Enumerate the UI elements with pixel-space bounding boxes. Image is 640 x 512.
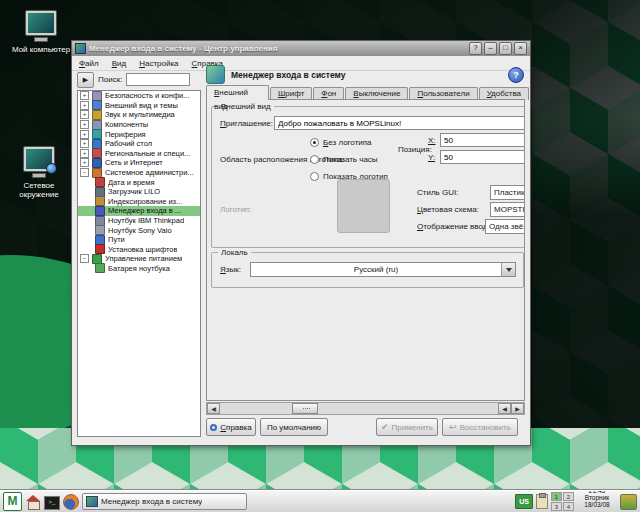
browser-icon[interactable] xyxy=(63,494,79,510)
color-scheme-select[interactable]: MOPSTheme xyxy=(490,202,525,217)
echo-mode-select[interactable]: Одна звёздочка xyxy=(485,219,525,234)
desktop-icon-network[interactable]: Сетевое окружение xyxy=(8,146,70,199)
tree-item[interactable]: Звук и мультимедиа xyxy=(78,110,200,120)
undo-icon xyxy=(449,423,457,432)
tree-item[interactable]: Региональные и специ... xyxy=(78,149,200,159)
titlebar[interactable]: Менеджер входа в систему - Центр управле… xyxy=(72,41,530,56)
menu-view[interactable]: Вид xyxy=(112,59,126,68)
tree-item[interactable]: Индексирование из... xyxy=(78,197,200,207)
clock-day: Вторник xyxy=(577,494,617,501)
tree-item[interactable]: Периферия xyxy=(78,129,200,139)
pager-desktop-2[interactable]: 2 xyxy=(563,492,574,501)
lilo-icon xyxy=(95,187,105,197)
tree-item[interactable]: Системное администри... xyxy=(78,168,200,178)
tree-item[interactable]: Загрузчик LILO xyxy=(78,187,200,197)
tree-item[interactable]: Сеть и Интернет xyxy=(78,158,200,168)
tree-item[interactable]: Безопасность и конфи... xyxy=(78,91,200,101)
language-select[interactable]: Русский (ru) xyxy=(250,262,516,277)
expander-icon[interactable] xyxy=(80,254,89,263)
y-input[interactable] xyxy=(440,150,525,164)
date-time-icon xyxy=(95,177,105,187)
module-header: Менеджер входа в систему ? xyxy=(206,63,524,86)
tree-item[interactable]: Компоненты xyxy=(78,120,200,130)
scrollbar-track[interactable] xyxy=(220,403,498,414)
menu-settings[interactable]: Настройка xyxy=(139,59,178,68)
tree-item[interactable]: Внешний вид и темы xyxy=(78,101,200,111)
tree-item[interactable]: Ноутбук IBM Thinkpad xyxy=(78,216,200,226)
security-icon xyxy=(92,91,102,101)
radio-no-logo-label: Без логотипа xyxy=(323,138,372,147)
expander-icon[interactable] xyxy=(80,139,89,148)
defaults-button[interactable]: По умолчанию xyxy=(260,418,328,436)
expander-icon[interactable] xyxy=(80,120,89,129)
computer-icon xyxy=(25,10,57,36)
gui-style-select[interactable]: Пластик xyxy=(490,185,525,200)
tray-app-icon[interactable] xyxy=(620,494,637,510)
keyboard-layout-indicator[interactable]: US xyxy=(515,494,533,509)
tree-item[interactable]: Управление питанием xyxy=(78,254,200,264)
sound-icon xyxy=(92,110,102,120)
expander-icon[interactable] xyxy=(80,110,89,119)
peripherals-icon xyxy=(92,129,102,139)
maximize-button[interactable] xyxy=(499,42,512,55)
clipboard-icon[interactable] xyxy=(536,494,548,509)
pager-desktop-1[interactable]: 1 xyxy=(551,492,562,501)
search-input[interactable] xyxy=(126,73,190,86)
clear-search-icon[interactable]: ▶ xyxy=(77,72,94,88)
search-row: ▶ Поиск: xyxy=(77,72,190,87)
gui-style-label: Стиль GUI: xyxy=(417,188,458,197)
tree-item[interactable]: Дата и время xyxy=(78,177,200,187)
tree-item[interactable]: Ноутбук Sony Vaio xyxy=(78,225,200,235)
home-icon[interactable] xyxy=(25,494,41,510)
start-menu-icon[interactable]: M xyxy=(3,492,22,511)
task-button-login-manager[interactable]: Менеджер входа в систему xyxy=(82,493,247,510)
position-label: Позиция: xyxy=(398,145,432,154)
clock[interactable]: 21:45 Вторник 18/03/08 xyxy=(577,491,617,512)
help-button[interactable]: Справка xyxy=(206,418,256,436)
reset-button[interactable]: Восстановить xyxy=(442,418,518,436)
radio-no-logo[interactable] xyxy=(310,138,319,147)
expander-icon[interactable] xyxy=(80,168,89,177)
expander-icon[interactable] xyxy=(80,101,89,110)
minimize-button[interactable] xyxy=(484,42,497,55)
scroll-right-icon[interactable]: ▶ xyxy=(511,403,524,414)
chevron-down-icon[interactable] xyxy=(501,263,515,276)
taskbar: M >_ Менеджер входа в систему US 1 2 3 4… xyxy=(0,490,640,512)
paths-icon xyxy=(95,235,105,245)
pager-desktop-3[interactable]: 3 xyxy=(551,502,562,511)
y-label: Y: xyxy=(428,153,435,162)
login-manager-icon xyxy=(86,496,98,507)
tree-item-login-manager[interactable]: Менеджер входа в ... xyxy=(78,206,200,216)
whats-this-icon[interactable]: ? xyxy=(508,67,524,83)
module-title: Менеджер входа в систему xyxy=(231,70,508,80)
scroll-left-icon[interactable]: ◀ xyxy=(498,403,511,414)
logo-preview[interactable] xyxy=(337,179,390,233)
scroll-left-icon[interactable]: ◀ xyxy=(207,403,220,414)
titlebar-help-button[interactable] xyxy=(469,42,482,55)
expander-icon[interactable] xyxy=(80,158,89,167)
expander-icon[interactable] xyxy=(80,130,89,139)
tree-item[interactable]: Пути xyxy=(78,235,200,245)
apply-button[interactable]: Применить xyxy=(376,418,438,436)
radio-show-clock[interactable] xyxy=(310,155,319,164)
greeting-input[interactable] xyxy=(274,116,525,130)
tree-item[interactable]: Батарея ноутбука xyxy=(78,264,200,274)
expander-icon[interactable] xyxy=(80,91,89,100)
desktop-icon-label: Сетевое окружение xyxy=(8,181,70,199)
scrollbar-thumb[interactable] xyxy=(292,403,318,414)
laptop-icon xyxy=(95,216,105,226)
x-input[interactable] xyxy=(440,133,525,147)
tree-item[interactable]: Установка шрифтов xyxy=(78,245,200,255)
desktop-icon-my-computer[interactable]: Мой компьютер xyxy=(10,10,72,54)
tree-item[interactable]: Рабочий стол xyxy=(78,139,200,149)
tab-appearance[interactable]: Внешний вид xyxy=(206,85,269,100)
desktop-icon xyxy=(92,139,102,149)
terminal-icon[interactable]: >_ xyxy=(44,496,60,510)
expander-icon[interactable] xyxy=(80,149,89,158)
menu-file[interactable]: Файл xyxy=(79,59,99,68)
close-button[interactable] xyxy=(514,42,527,55)
pager-desktop-4[interactable]: 4 xyxy=(563,502,574,511)
horizontal-scrollbar[interactable]: ◀ ◀ ▶ xyxy=(206,402,525,415)
desktop-root: { "desktop": { "icons": [ {"label": "Мой… xyxy=(0,0,640,512)
radio-show-logo[interactable] xyxy=(310,172,319,181)
